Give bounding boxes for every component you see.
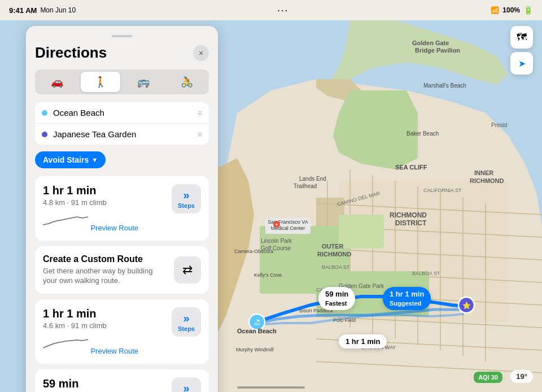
steps-chevrons-4: »	[183, 382, 189, 392]
transport-transit[interactable]: 🚌	[124, 72, 164, 92]
avoid-stairs-button[interactable]: Avoid Stairs ▼	[35, 151, 106, 168]
battery-icon: 🔋	[523, 6, 533, 15]
close-icon: ×	[199, 49, 203, 58]
svg-rect-21	[339, 215, 384, 249]
route-card-4-main: 59 min 4.6 km · 91 m climb » Steps	[43, 377, 201, 392]
location-button[interactable]: ➤	[510, 52, 533, 75]
close-button[interactable]: ×	[193, 45, 209, 61]
map-type-button[interactable]: 🗺	[510, 26, 533, 49]
route-label-suggested[interactable]: 1 hr 1 min Suggested	[383, 287, 431, 310]
svg-text:Trailhead: Trailhead	[294, 183, 317, 189]
route-info-3: 1 hr 1 min 4.6 km · 91 m climb Preview R…	[43, 307, 138, 356]
svg-text:Ocean Beach: Ocean Beach	[237, 328, 277, 334]
cycle-icon: 🚴	[181, 76, 193, 88]
steps-label-1: Steps	[178, 202, 195, 209]
custom-route-icon: ⇄	[174, 256, 201, 284]
svg-text:Kelly's Cove: Kelly's Cove	[254, 272, 282, 278]
elevation-chart-3	[43, 334, 88, 350]
custom-route-card[interactable]: Create a Custom Route Get there another …	[35, 246, 209, 294]
preview-route-link-1[interactable]: Preview Route	[90, 224, 138, 232]
steps-label-3: Steps	[178, 325, 195, 332]
route-details-3: 4.6 km · 91 m climb	[43, 321, 138, 330]
route-customize-icon: ⇄	[182, 263, 193, 277]
steps-button-4[interactable]: » Steps	[172, 377, 201, 392]
route-info-1: 1 hr 1 min 4.8 km · 91 m climb Preview R…	[43, 184, 138, 233]
svg-text:Polo Field: Polo Field	[333, 317, 356, 323]
steps-button-3[interactable]: » Steps	[172, 307, 201, 337]
route-inputs: Ocean Beach ≡ Japanese Tea Garden ≡	[35, 102, 209, 145]
custom-route-title: Create a Custom Route	[43, 254, 168, 264]
route-time-3: 1 hr 1 min	[43, 307, 138, 320]
location-icon: ➤	[518, 58, 526, 69]
aqi-text: AQI 30	[478, 374, 498, 381]
status-bar: 9:41 AM Mon Jun 10 ··· 📶 100% 🔋	[0, 0, 542, 20]
destination-row: Japanese Tea Garden ≡	[35, 124, 209, 145]
transport-drive[interactable]: 🚗	[37, 72, 77, 92]
route-label-plain[interactable]: 1 hr 1 min	[339, 334, 387, 349]
svg-text:SEA CLIFF: SEA CLIFF	[395, 164, 427, 171]
aqi-badge: AQI 30	[474, 372, 502, 383]
home-indicator	[237, 386, 305, 389]
status-bar-center: ···	[278, 6, 289, 15]
svg-text:CALIFORNIA ST: CALIFORNIA ST	[423, 188, 462, 193]
transport-modes: 🚗 🚶 🚌 🚴	[35, 69, 209, 94]
panel-title: Directions	[35, 44, 107, 62]
battery-pct: 100%	[502, 6, 520, 14]
svg-text:BALBOA ST: BALBOA ST	[322, 264, 350, 270]
dots-indicator: ···	[278, 6, 289, 15]
wifi-icon: 📶	[491, 6, 499, 14]
status-bar-right: 📶 100% 🔋	[491, 6, 533, 15]
map-type-icon: 🗺	[517, 32, 527, 43]
steps-chevrons-1: »	[183, 189, 189, 202]
drag-handle	[112, 35, 132, 37]
svg-text:Camera-Obscura: Camera-Obscura	[234, 249, 273, 254]
svg-text:Presid: Presid	[491, 122, 507, 128]
route-card-3-main: 1 hr 1 min 4.6 km · 91 m climb Preview R…	[43, 307, 201, 356]
svg-text:BALBOA ST: BALBOA ST	[412, 271, 440, 276]
svg-text:Baker Beach: Baker Beach	[406, 130, 439, 137]
transport-cycle[interactable]: 🚴	[167, 72, 207, 92]
drag-handle-icon: ≡	[198, 108, 202, 117]
car-icon: 🚗	[51, 76, 63, 88]
fastest-label-line2: Fastest	[325, 299, 348, 307]
svg-text:Murphy Windmill: Murphy Windmill	[236, 347, 274, 352]
elevation-chart-1	[43, 211, 88, 227]
route-card-4: 59 min 4.6 km · 91 m climb » Steps	[35, 369, 209, 392]
svg-text:RICHMOND: RICHMOND	[390, 211, 427, 219]
map-btn-group: 🗺 ➤	[510, 26, 533, 75]
svg-text:🏖: 🏖	[253, 319, 260, 326]
fastest-label-line1: 59 min	[325, 290, 348, 299]
svg-text:+: +	[275, 222, 278, 228]
svg-text:Lands End: Lands End	[299, 176, 326, 182]
route-time-4: 59 min	[43, 377, 107, 390]
status-bar-left: 9:41 AM Mon Jun 10	[9, 6, 76, 15]
route-time-1: 1 hr 1 min	[43, 184, 138, 197]
steps-chevrons-3: »	[183, 312, 189, 325]
svg-text:Golden Gate: Golden Gate	[412, 40, 449, 46]
preview-route-link-3[interactable]: Preview Route	[90, 347, 138, 355]
transport-walk[interactable]: 🚶	[81, 72, 121, 92]
route-details-1: 4.8 km · 91 m climb	[43, 198, 138, 207]
destination-label: Japanese Tea Garden	[53, 129, 192, 139]
temperature-badge: 19°	[510, 370, 533, 383]
route-card-3: 1 hr 1 min 4.6 km · 91 m climb Preview R…	[35, 299, 209, 364]
svg-text:Bridge Pavilion: Bridge Pavilion	[415, 47, 460, 54]
plain-label-text: 1 hr 1 min	[346, 337, 380, 346]
svg-text:RICHMOND: RICHMOND	[317, 251, 352, 258]
route-label-fastest[interactable]: 59 min Fastest	[318, 287, 355, 310]
origin-row: Ocean Beach ≡	[35, 102, 209, 124]
status-time: 9:41 AM	[9, 6, 37, 15]
destination-dot	[42, 132, 47, 137]
custom-route-text: Create a Custom Route Get there another …	[43, 254, 168, 286]
svg-text:⭐: ⭐	[462, 301, 471, 310]
svg-text:OUTER: OUTER	[322, 243, 344, 250]
steps-button-1[interactable]: » Steps	[172, 184, 201, 214]
svg-text:Marshall's Beach: Marshall's Beach	[423, 82, 466, 89]
route-card-1-main: 1 hr 1 min 4.8 km · 91 m climb Preview R…	[43, 184, 201, 233]
chevron-down-icon: ▼	[91, 156, 98, 163]
bus-icon: 🚌	[137, 76, 150, 88]
drag-handle-icon-2: ≡	[198, 130, 202, 139]
status-date: Mon Jun 10	[40, 6, 76, 14]
svg-text:RICHMOND: RICHMOND	[470, 177, 504, 184]
svg-text:DISTRICT: DISTRICT	[395, 219, 427, 227]
